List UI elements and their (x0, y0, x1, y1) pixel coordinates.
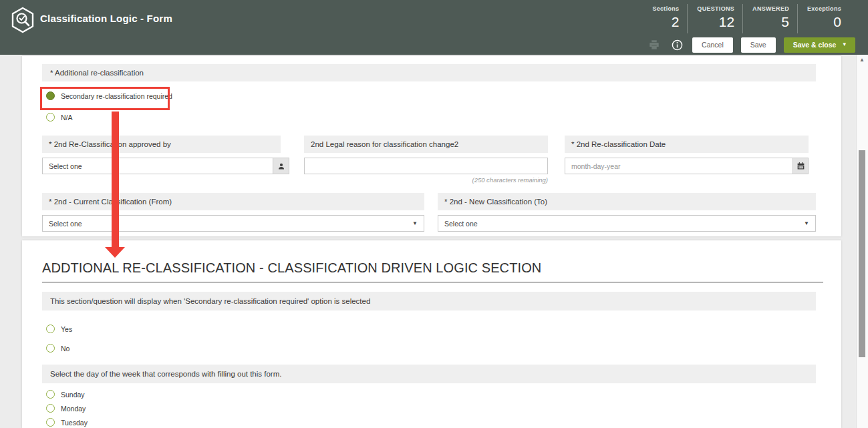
reclassification-date-input[interactable] (565, 158, 792, 174)
radio-option-sunday[interactable]: Sunday (46, 390, 85, 399)
header-toolbar: Cancel Save Save & close ▾ (647, 37, 855, 53)
radio-option-label: No (61, 345, 69, 353)
radio-option-no[interactable]: No (46, 344, 69, 353)
stat-value: 2 (672, 14, 680, 30)
print-icon[interactable] (647, 37, 662, 52)
chevron-down-icon: ▼ (412, 216, 424, 231)
logic-section-card: ADDTIONAL RE-CLASSIFICATION - CLASSIFICA… (22, 240, 841, 428)
legal-reason-label: 2nd Legal reason for classification chan… (304, 136, 548, 153)
annotation-highlight-rectangle (40, 87, 170, 110)
scrollbar-up-arrow-icon[interactable]: ▲ (856, 56, 868, 64)
radio-option-label: N/A (61, 114, 73, 122)
info-icon[interactable] (670, 37, 684, 52)
radio-unselected-icon (46, 390, 55, 399)
radio-unselected-icon (46, 404, 55, 413)
vertical-scrollbar-thumb[interactable] (859, 150, 865, 357)
new-classification-to-label: * 2nd - New Classification (To) (438, 193, 816, 210)
radio-unselected-icon (46, 325, 55, 333)
question-additional-reclassification: * Additional re-classification (42, 64, 816, 81)
radio-option-na[interactable]: N/A (46, 113, 73, 122)
stat-label: Sections (652, 5, 679, 12)
header-stats: Sections 2 QUESTIONS 12 ANSWERED 5 Excep… (643, 4, 849, 33)
person-icon[interactable] (273, 158, 289, 174)
section-heading-wrap: ADDTIONAL RE-CLASSIFICATION - CLASSIFICA… (42, 260, 823, 282)
stat-value: 12 (719, 14, 734, 30)
chevron-down-icon: ▼ (804, 216, 815, 231)
legal-reason-input[interactable] (305, 158, 547, 174)
radio-option-label: Sunday (61, 391, 85, 399)
cancel-button[interactable]: Cancel (692, 37, 733, 53)
reclassification-date-field (565, 158, 809, 174)
radio-unselected-icon (46, 344, 55, 353)
current-classification-from-label: * 2nd - Current Classification (From) (42, 193, 424, 210)
new-classification-to-select[interactable]: Select one ▼ (438, 215, 816, 232)
radio-option-tuesday[interactable]: Tuesday (46, 418, 88, 427)
radio-option-label: Tuesday (61, 419, 88, 427)
legal-reason-field (304, 158, 548, 174)
save-button[interactable]: Save (741, 37, 776, 53)
stat-label: Exceptions (807, 5, 841, 12)
stat-sections: Sections 2 (643, 4, 688, 33)
stat-label: QUESTIONS (697, 5, 734, 12)
calendar-icon[interactable] (792, 158, 808, 174)
chevron-down-icon[interactable]: ▾ (843, 41, 846, 47)
radio-option-yes[interactable]: Yes (46, 325, 72, 333)
section-heading: ADDTIONAL RE-CLASSIFICATION - CLASSIFICA… (42, 260, 823, 276)
form-section-card: * Additional re-classification Secondary… (22, 56, 841, 236)
annotation-arrow-shaft (112, 112, 119, 247)
radio-option-label: Yes (61, 325, 72, 333)
approved-by-select[interactable]: Select one (42, 158, 289, 174)
reclassification-date-label: * 2nd Re-classification Date (565, 136, 809, 153)
question-day-of-week: Select the day of the week that correspo… (42, 365, 816, 383)
radio-option-label: Monday (61, 405, 86, 413)
save-and-close-button[interactable]: Save & close ▾ (784, 37, 855, 53)
stat-answered: ANSWERED 5 (743, 4, 798, 33)
radio-unselected-icon (46, 418, 55, 427)
radio-option-monday[interactable]: Monday (46, 404, 86, 413)
current-classification-from-select[interactable]: Select one ▼ (42, 215, 424, 232)
radio-unselected-icon (46, 113, 55, 122)
stat-exceptions: Exceptions 0 (798, 4, 849, 33)
page-title: Classification Logic - Form (40, 13, 172, 24)
stat-questions: QUESTIONS 12 (688, 4, 743, 33)
app-header: Classification Logic - Form Sections 2 Q… (0, 0, 868, 55)
question-display-when: This section/question will display when … (42, 292, 816, 310)
stat-value: 0 (833, 14, 841, 30)
new-classification-to-value: Select one (438, 216, 804, 231)
approved-by-label: * 2nd Re-Classification approved by (42, 136, 281, 153)
annotation-arrow-head (105, 247, 125, 258)
current-classification-from-value: Select one (43, 216, 412, 231)
app-logo-icon (11, 7, 35, 33)
stat-label: ANSWERED (752, 5, 789, 12)
approved-by-value: Select one (43, 158, 273, 174)
save-and-close-label: Save & close (793, 41, 837, 49)
characters-remaining-hint: (250 characters remaining) (304, 176, 548, 184)
stat-value: 5 (781, 14, 789, 30)
